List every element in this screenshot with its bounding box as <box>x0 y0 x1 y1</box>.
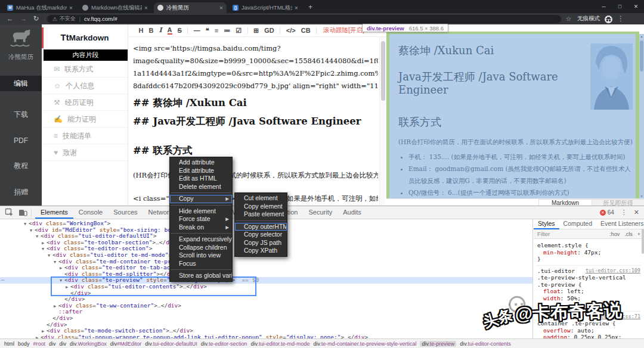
snippet-item-[interactable]: ≡技能清单 <box>44 128 128 144</box>
breadcrumb-item[interactable]: #root <box>33 341 46 347</box>
editor-source-line[interactable]: 1a114d4443a1f2&imgtype=0&src=http%3A%2F%… <box>133 67 378 80</box>
browser-menu-icon[interactable]: ⋮ <box>617 13 624 24</box>
inspect-element-icon[interactable] <box>5 208 14 217</box>
editor-source[interactable]: <img src='https://timgsa.baidu.com/timg?… <box>128 37 386 205</box>
menu-item-hide-element[interactable]: Hide element <box>170 207 232 216</box>
styles-toggle-cls[interactable]: .cls <box>624 231 633 237</box>
menu-item-copy[interactable]: Copy▶ <box>170 195 232 203</box>
breadcrumb-item[interactable]: div.te-editor-section <box>201 341 247 347</box>
menu-item-edit-attribute[interactable]: Edit attribute <box>170 167 232 175</box>
style-property[interactable]: min-height: 47px; <box>537 249 640 256</box>
dom-tree-row[interactable]: ::after <box>0 309 532 315</box>
menu-item-copy-outerhtml[interactable]: Copy outerHTML <box>235 223 287 231</box>
scroll-up-icon[interactable]: ▲ <box>639 35 644 38</box>
quote-button[interactable]: ❝ <box>206 26 209 35</box>
tab-markdown-mode[interactable]: Markdown <box>538 199 592 206</box>
devtools-tab-console[interactable]: Console <box>73 206 108 219</box>
breadcrumb-item[interactable]: div#MdEditor <box>110 341 142 347</box>
editor-source-line[interactable]: 8dafddc6147b20f943092029c09bd779_b.jpg' … <box>133 80 378 92</box>
codeblock-button[interactable]: CB <box>301 26 311 35</box>
italic-button[interactable]: I <box>159 26 162 35</box>
editor-source-line[interactable]: ## Java开发工程师 /Java Software Engineer <box>133 114 378 128</box>
menu-item-paste-element[interactable]: Paste element <box>235 210 287 219</box>
devtools-close-icon[interactable]: ✕ <box>634 209 639 216</box>
breadcrumb-item[interactable]: div.WorkingBox <box>70 341 107 347</box>
color-button[interactable]: A <box>168 27 172 35</box>
devtools-menu-icon[interactable]: ⋮ <box>621 209 627 216</box>
snippet-item-[interactable]: ⚒经历证明 <box>44 94 128 111</box>
menu-item-store-as-global-variable[interactable]: Store as global variable <box>170 272 232 280</box>
browser-tab-[interactable]: 冷熊简历✕ <box>154 2 227 13</box>
menu-item-expand-recursively[interactable]: Expand recursively <box>170 235 232 244</box>
preview-scrollbar[interactable]: ▲ ▼ <box>639 34 644 198</box>
forward-button[interactable]: → <box>20 13 27 24</box>
menu-item-copy-xpath[interactable]: Copy XPath <box>235 247 287 255</box>
expand-arrow-icon[interactable]: ▼ <box>60 278 64 284</box>
editor-source-line[interactable]: image&quality=80&size=b9999_10000&sec=15… <box>133 55 378 67</box>
tab-close-icon[interactable]: ✕ <box>144 5 148 11</box>
menu-item-edit-as-html[interactable]: Edit as HTML <box>170 175 232 183</box>
expand-arrow-icon[interactable]: ▼ <box>24 221 29 228</box>
snippet-item-[interactable]: ✉联系方式 <box>44 61 128 77</box>
sidebar-item-pdf[interactable]: PDF <box>0 133 42 148</box>
styles-tab-styles[interactable]: Styles <box>534 219 559 229</box>
device-toolbar-icon[interactable] <box>18 208 27 217</box>
menu-item-force-state[interactable]: Force state▶ <box>170 215 232 223</box>
editor-scrollbar[interactable] <box>379 37 386 206</box>
menu-item-delete-element[interactable]: Delete element <box>170 183 232 191</box>
hr-button[interactable]: — <box>194 26 200 35</box>
tab-close-icon[interactable]: ✕ <box>219 5 223 11</box>
sidebar-item-[interactable]: 下载 <box>0 107 42 122</box>
address-bar[interactable]: ⚠ 不安全 | cv.ftqq.com/# <box>47 15 561 23</box>
security-label[interactable]: 不安全 <box>60 15 76 23</box>
menu-item-copy-js-path[interactable]: Copy JS path <box>235 239 287 247</box>
breadcrumb-item[interactable]: div.tui-editor-contents <box>460 341 510 347</box>
editor-source-line[interactable]: ## 蔡徐坤 /Xukun Cai <box>133 96 378 110</box>
breadcrumb-item[interactable]: html <box>4 341 14 347</box>
dom-tree-row[interactable]: </div> <box>0 315 532 322</box>
menu-item-collapse-children[interactable]: Collapse children <box>170 244 232 252</box>
styles-toggle-[interactable]: + <box>637 231 640 237</box>
minimize-button[interactable]: ─ <box>596 0 612 13</box>
strike-button[interactable]: S <box>178 26 182 35</box>
expand-arrow-icon[interactable]: ▶ <box>66 284 70 291</box>
expand-arrow-icon[interactable]: ▼ <box>42 246 47 253</box>
tab-close-icon[interactable]: ✕ <box>69 5 73 11</box>
devtools-tab-sources[interactable]: Sources <box>108 206 143 219</box>
styles-tab-event-listeners[interactable]: Event Listeners <box>596 219 644 229</box>
browser-tab-javascript-html-bejso[interactable]: {}JavaScript/HTML格式化-BeJSO✕ <box>229 2 302 13</box>
breadcrumb-item[interactable]: div.tui-editor-defaultUI <box>145 341 197 347</box>
task-button[interactable]: ☑ <box>236 26 242 35</box>
back-button[interactable]: ← <box>7 13 14 24</box>
sidebar-item-[interactable]: 教程 <box>0 158 42 173</box>
editor-source-line[interactable]: <img src='https://timgsa.baidu.com/timg? <box>133 42 378 55</box>
expand-arrow-icon[interactable]: ▼ <box>48 253 52 259</box>
tab-wysiwyg-mode[interactable]: 所见即所得 <box>592 199 644 206</box>
snippet-item-[interactable]: ✍能力证明 <box>44 111 128 128</box>
scroll-down-icon[interactable]: ▼ <box>639 194 644 198</box>
sidebar-item-[interactable]: 捐赠 <box>0 184 42 200</box>
close-button[interactable]: ✕ <box>628 0 644 13</box>
styles-scrollbar-thumb[interactable] <box>642 229 644 254</box>
breadcrumb-item[interactable]: div.te-preview <box>420 341 456 347</box>
menu-item-copy-element[interactable]: Copy element <box>235 203 287 211</box>
maximize-button[interactable]: □ <box>612 0 628 13</box>
stylesheet-link[interactable]: tui-editor.css:71 <box>589 313 640 321</box>
heading-button[interactable]: H <box>139 26 144 35</box>
browser-tab-mahua-markdown[interactable]: MMaHua 在线markdown编辑器✕ <box>4 2 76 13</box>
breadcrumb-item[interactable]: div <box>60 341 67 347</box>
ordered-list-button[interactable]: ≔ <box>224 26 230 35</box>
error-badge[interactable]: ✕ 64 <box>600 209 614 216</box>
devtools-tab-audits[interactable]: Audits <box>338 206 367 219</box>
breadcrumb-item[interactable]: div <box>49 341 56 347</box>
style-property[interactable]: overflow: auto; <box>537 327 640 334</box>
expand-arrow-icon[interactable]: ▼ <box>54 259 58 266</box>
menu-item-scroll-into-view[interactable]: Scroll into view <box>170 251 232 260</box>
reload-button[interactable]: ↻ <box>33 13 39 24</box>
breadcrumb-item[interactable]: div.te-md-container.te-preview-style-ver… <box>314 341 417 347</box>
breadcrumb-item[interactable]: body <box>18 341 30 347</box>
tab-close-icon[interactable]: ✕ <box>295 5 298 11</box>
filter-input[interactable]: Filter <box>537 231 550 237</box>
table-button[interactable]: ⊞ <box>253 26 259 35</box>
scroll-follow-toggle[interactable]: 滚动跟随[开启] <box>323 26 364 35</box>
